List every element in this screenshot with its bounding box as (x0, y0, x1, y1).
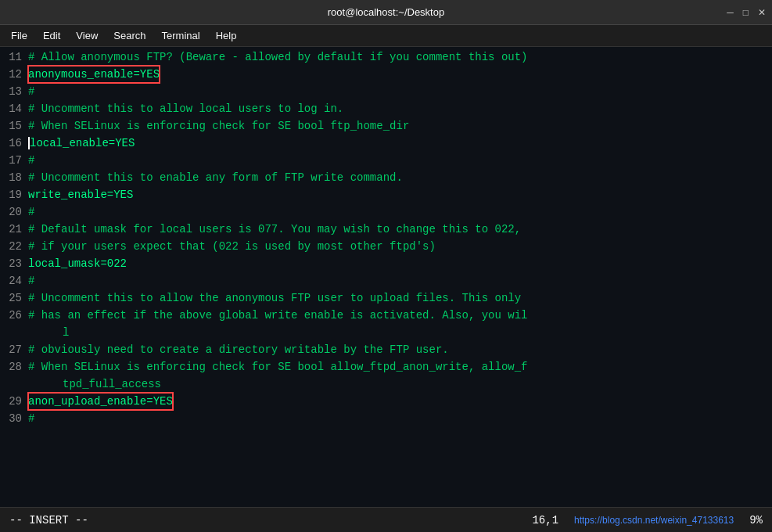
line-number: 17 (0, 152, 28, 169)
line-25: 25# Uncomment this to allow the anonymou… (0, 289, 772, 307)
menu-item-search[interactable]: Search (106, 28, 153, 43)
minimize-button[interactable]: ─ (727, 7, 734, 18)
line-15: 15# When SELinux is enforcing check for … (0, 117, 772, 135)
line-number: 29 (0, 393, 28, 410)
line-26: 26# has an effect if the above global wr… (0, 307, 772, 341)
line-number: 27 (0, 341, 28, 358)
line-22: 22# if your users expect that (022 is us… (0, 238, 772, 255)
line-content: anon_upload_enable=YES (28, 393, 173, 410)
line-13: 13# (0, 83, 772, 100)
line-number: 16 (0, 135, 28, 152)
line-number: 15 (0, 117, 28, 135)
menu-item-terminal[interactable]: Terminal (154, 28, 208, 43)
line-number: 14 (0, 100, 28, 117)
line-27: 27# obviously need to create a directory… (0, 341, 772, 358)
menubar: FileEditViewSearchTerminalHelp (0, 25, 772, 47)
line-24: 24# (0, 272, 772, 289)
line-content: # has an effect if the above global writ… (28, 307, 528, 324)
line-number: 19 (0, 186, 28, 203)
line-content: # Uncomment this to allow the anonymous … (28, 289, 521, 307)
window-title: root@localhost:~/Desktop (328, 6, 444, 18)
line-18: 18# Uncomment this to enable any form of… (0, 169, 772, 186)
line-content: # (28, 272, 34, 289)
menu-item-view[interactable]: View (68, 28, 106, 43)
insert-mode: -- INSERT -- (9, 514, 88, 527)
line-content: local_umask=022 (28, 255, 127, 272)
titlebar: root@localhost:~/Desktop ─ □ ✕ (0, 0, 772, 25)
maximize-button[interactable]: □ (743, 7, 749, 18)
menu-item-edit[interactable]: Edit (35, 28, 68, 43)
editor: 11# Allow anonymous FTP? (Beware - allow… (0, 47, 772, 507)
line-content: # Uncomment this to allow local users to… (28, 100, 343, 117)
line-continuation: tpd_full_access (28, 376, 528, 393)
line-number: 11 (0, 49, 28, 66)
line-12: 12anonymous_enable=YES (0, 66, 772, 83)
line-content: # (28, 152, 34, 169)
line-30: 30# (0, 410, 772, 427)
line-content: # (28, 83, 34, 100)
line-content: # obviously need to create a directory w… (28, 341, 449, 358)
line-number: 21 (0, 221, 28, 238)
line-number: 22 (0, 238, 28, 255)
scroll-percentage: 9% (749, 514, 763, 527)
line-number: 24 (0, 272, 28, 289)
statusbar: -- INSERT -- 16,1 https://blog.csdn.net/… (0, 507, 772, 532)
line-content: # When SELinux is enforcing check for SE… (28, 358, 528, 376)
line-content: # if your users expect that (022 is used… (28, 238, 436, 255)
line-number: 13 (0, 83, 28, 100)
line-number: 26 (0, 307, 28, 324)
menu-item-file[interactable]: File (3, 28, 35, 43)
line-number: 25 (0, 289, 28, 307)
line-20: 20# (0, 203, 772, 221)
line-28: 28# When SELinux is enforcing check for … (0, 358, 772, 393)
line-16: 16local_enable=YES (0, 135, 772, 152)
line-11: 11# Allow anonymous FTP? (Beware - allow… (0, 49, 772, 66)
line-content: # Allow anonymous FTP? (Beware - allowed… (28, 49, 528, 66)
close-button[interactable]: ✕ (758, 7, 766, 18)
blog-url: https://blog.csdn.net/weixin_47133613 (574, 515, 734, 526)
line-number: 12 (0, 66, 28, 83)
menu-item-help[interactable]: Help (208, 28, 245, 43)
line-number: 28 (0, 358, 28, 376)
cursor-position: 16,1 (532, 514, 558, 527)
line-number: 30 (0, 410, 28, 427)
line-number: 20 (0, 203, 28, 221)
line-21: 21# Default umask for local users is 077… (0, 221, 772, 238)
line-content: # Uncomment this to enable any form of F… (28, 169, 403, 186)
line-continuation: l (28, 324, 528, 341)
status-right: 16,1 https://blog.csdn.net/weixin_471336… (532, 514, 763, 527)
line-number: 18 (0, 169, 28, 186)
window-controls[interactable]: ─ □ ✕ (727, 7, 766, 18)
line-17: 17# (0, 152, 772, 169)
line-content: write_enable=YES (28, 186, 133, 203)
line-content: anonymous_enable=YES (28, 66, 160, 83)
highlighted-text: anonymous_enable=YES (28, 66, 160, 83)
line-content: # When SELinux is enforcing check for SE… (28, 117, 409, 135)
line-19: 19write_enable=YES (0, 186, 772, 203)
line-content: local_enable=YES (28, 135, 135, 152)
text-cursor (28, 137, 30, 149)
highlighted-text: anon_upload_enable=YES (28, 393, 173, 410)
line-content: # Default umask for local users is 077. … (28, 221, 521, 238)
line-content: # (28, 203, 34, 221)
line-14: 14# Uncomment this to allow local users … (0, 100, 772, 117)
line-29: 29anon_upload_enable=YES (0, 393, 772, 410)
line-content: # (28, 410, 34, 427)
line-23: 23local_umask=022 (0, 255, 772, 272)
line-number: 23 (0, 255, 28, 272)
